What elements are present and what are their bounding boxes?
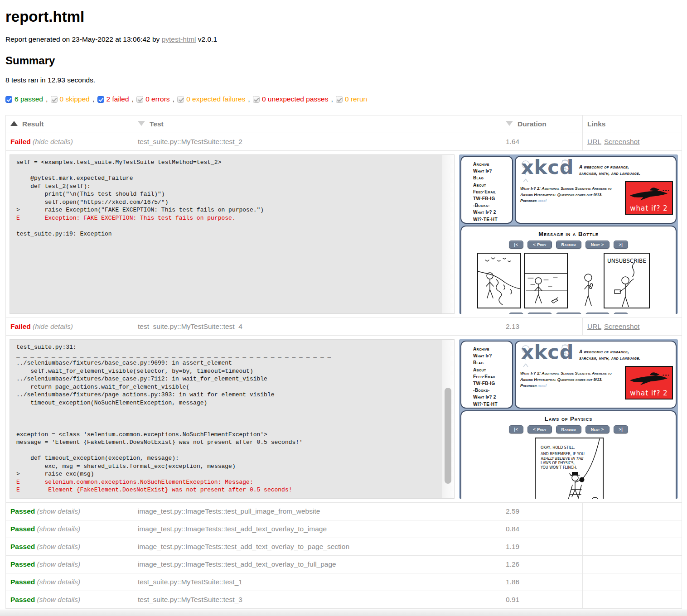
xkcd-here-link: here! [538, 383, 547, 388]
filter-passed: 6 passed [5, 95, 43, 103]
last-button: >| [614, 425, 629, 433]
xkcd-nav-link: WI?·TE·HT [473, 216, 512, 223]
table-row-passed: Passed (show details) test_suite.py::MyT… [6, 591, 682, 609]
result-badge: Passed [10, 596, 35, 603]
sort-asc-icon [10, 121, 18, 126]
details-toggle[interactable]: (hide details) [33, 138, 73, 145]
xkcd-comic-box: Message in a Bottle |< < Prev Random Nex… [460, 226, 677, 314]
result-cell: Failed (hide details) [6, 318, 133, 336]
duration-cell: 0.91 [501, 591, 583, 609]
comic-nav-buttons-bottom: |< < Prev Random Next > >| [461, 313, 676, 314]
duration-cell: 1.19 [501, 538, 583, 556]
test-cell: test_suite.py::MyTestSuite::test_4 [133, 318, 501, 336]
xkcd-comic-box: Laws of Physics |< < Prev Random Next > … [460, 410, 677, 499]
skipped-checkbox [51, 96, 58, 103]
result-badge: Failed [10, 322, 31, 330]
column-header-result[interactable]: Result [6, 116, 133, 133]
table-row-passed: Passed (show details) image_test.py::Ima… [6, 556, 682, 573]
test-cell: image_test.py::ImageTests::test_add_text… [133, 556, 501, 573]
sort-desc-icon [138, 121, 145, 126]
result-badge: Passed [10, 543, 35, 550]
page-title: report.html [5, 8, 682, 25]
url-link[interactable]: URL [587, 138, 601, 145]
random-button: Random [556, 425, 581, 433]
pytest-html-link[interactable]: pytest-html [162, 35, 196, 43]
svg-text:OKAY, HOLD STILL.: OKAY, HOLD STILL. [541, 446, 575, 450]
scrollbar-track[interactable] [442, 340, 454, 498]
xkcd-nav-link: About [473, 182, 512, 188]
test-log: self = <examples.test_suite.MyTestSuite … [10, 154, 455, 314]
xkcd-here-link: here! [538, 198, 547, 203]
xkcd-promo-text: What If? 2: Additional Serious Scientifi… [520, 371, 624, 389]
test-cell: image_test.py::ImageTests::test_pull_ima… [133, 503, 501, 520]
filter-unexpected-passes: 0 unexpected passes [253, 95, 329, 103]
column-header-links: Links [583, 116, 682, 133]
comic-nav-buttons: |< < Prev Random Next > >| [461, 425, 676, 433]
test-cell: test_suite.py::MyTestSuite::test_2 [133, 133, 501, 151]
filter-rerun: 0 rerun [336, 95, 367, 103]
next-button: Next > [585, 313, 610, 314]
filter-expected-failures: 0 expected failures [177, 95, 245, 103]
details-toggle[interactable]: (show details) [37, 525, 81, 533]
prev-button: < Prev [527, 313, 552, 314]
failed-checkbox[interactable] [97, 96, 104, 103]
filter-expected-failures-label: 0 expected failures [186, 95, 245, 103]
duration-cell: 0.84 [501, 520, 583, 538]
test-cell: test_suite.py::MyTestSuite::test_1 [133, 573, 501, 591]
screenshot-link[interactable]: Screenshot [604, 322, 639, 330]
scrollbar-thumb[interactable] [445, 388, 451, 484]
what-if-2-banner: what if? 2 [625, 366, 673, 399]
first-button: |< [509, 313, 524, 314]
details-toggle[interactable]: (show details) [37, 543, 81, 550]
filter-unexpected-passes-label: 0 unexpected passes [262, 95, 329, 103]
filter-passed-label: 6 passed [15, 95, 43, 103]
unexpected-passes-checkbox [253, 96, 260, 103]
links-cell [583, 520, 682, 538]
xkcd-nav-link: -Books- [473, 387, 512, 394]
result-cell: Passed (show details) [6, 503, 133, 520]
filter-rerun-label: 0 rerun [345, 95, 367, 103]
url-link[interactable]: URL [587, 322, 601, 330]
test-detail-cell: self = <examples.test_suite.MyTestSuite … [6, 151, 682, 318]
duration-cell: 2.13 [501, 318, 583, 336]
details-toggle[interactable]: (show details) [37, 596, 81, 603]
svg-text:UNSUBSCRIBE: UNSUBSCRIBE [607, 258, 646, 264]
xkcd-nav-link: Archive [473, 161, 512, 168]
filter-separator: , [248, 95, 250, 103]
filter-failed-label: 2 failed [106, 95, 129, 103]
xkcd-nav-link: What If? [473, 168, 512, 174]
filter-separator: , [132, 95, 134, 103]
passed-checkbox[interactable] [5, 96, 12, 103]
result-badge: Failed [10, 138, 31, 145]
log-footer: test_suite.py:19: Exception [16, 231, 112, 237]
details-toggle[interactable]: (show details) [37, 578, 81, 586]
filter-separator: , [92, 95, 94, 103]
tests-ran-line: 8 tests ran in 12.93 seconds. [5, 76, 682, 84]
details-toggle[interactable]: (hide details) [33, 322, 73, 330]
result-cell: Passed (show details) [6, 520, 133, 538]
xkcd-nav-link: Blag [473, 359, 512, 366]
filter-errors: 0 errors [136, 95, 169, 103]
result-filters: 6 passed, 0 skipped, 2 failed, 0 errors,… [5, 95, 682, 103]
first-button: |< [509, 241, 524, 249]
details-toggle[interactable]: (show details) [37, 507, 81, 515]
xkcd-tagline: A webcomic of romance, sarcasm, math, an… [579, 164, 640, 176]
column-header-test[interactable]: Test [133, 116, 501, 133]
screenshot-link[interactable]: Screenshot [604, 138, 639, 145]
result-cell: Failed (hide details) [6, 133, 133, 151]
xkcd-nav-link: What If? 2 [473, 394, 512, 400]
scrollbar-track[interactable] [442, 155, 454, 313]
plane-dino-drawing [627, 183, 671, 202]
table-row-passed: Passed (show details) test_suite.py::MyT… [6, 573, 682, 591]
table-row-failed-test2: Failed (hide details) test_suite.py::MyT… [6, 133, 682, 151]
column-header-result-label: Result [22, 120, 44, 128]
details-toggle[interactable]: (show details) [37, 560, 81, 568]
table-row-passed: Passed (show details) image_test.py::Ima… [6, 520, 682, 538]
xkcd-nav-link: What If? 2 [473, 209, 512, 216]
duration-cell: 1.26 [501, 556, 583, 573]
screenshot-thumbnail[interactable]: Archive What If? Blag About Feed·Email T… [459, 154, 678, 314]
test-cell: image_test.py::ImageTests::test_add_text… [133, 538, 501, 556]
column-header-duration[interactable]: Duration [501, 116, 583, 133]
test-detail-cell: test_suite.py:31: _ _ _ _ _ _ _ _ _ _ _ … [6, 336, 682, 503]
screenshot-thumbnail[interactable]: Archive What If? Blag About Feed·Email T… [459, 339, 678, 499]
